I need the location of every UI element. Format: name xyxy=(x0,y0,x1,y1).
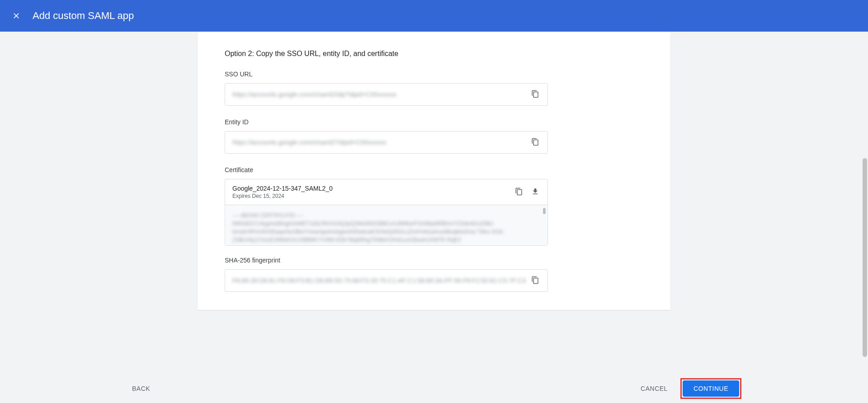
certificate-body: -----BEGIN CERTIFICATE----- MIIDdDCCAlyg… xyxy=(225,205,547,245)
footer-right-actions: CANCEL CONTINUE xyxy=(635,378,741,399)
continue-button[interactable]: CONTINUE xyxy=(683,380,739,397)
certificate-actions xyxy=(509,187,540,197)
back-button[interactable]: BACK xyxy=(127,381,156,396)
certificate-label: Certificate xyxy=(225,166,643,173)
certificate-container: Google_2024-12-15-347_SAML2_0 Expires De… xyxy=(225,179,548,246)
certificate-content: -----BEGIN CERTIFICATE----- MIIDdDCCAlyg… xyxy=(232,211,540,244)
entity-id-label: Entity ID xyxy=(225,118,643,126)
certificate-header: Google_2024-12-15-347_SAML2_0 Expires De… xyxy=(225,179,547,205)
copy-icon[interactable] xyxy=(515,187,524,197)
certificate-expires: Expires Dec 15, 2024 xyxy=(232,193,509,199)
page-title: Add custom SAML app xyxy=(33,10,134,22)
continue-highlight: CONTINUE xyxy=(680,378,741,399)
page-scrollbar-thumb[interactable] xyxy=(863,158,867,357)
copy-icon[interactable] xyxy=(531,138,540,147)
cancel-button[interactable]: CANCEL xyxy=(635,381,673,396)
close-icon[interactable] xyxy=(11,10,22,21)
footer: BACK CANCEL CONTINUE xyxy=(0,374,868,403)
copy-icon[interactable] xyxy=(531,276,540,285)
scrollbar-thumb[interactable] xyxy=(543,208,546,214)
fingerprint-label: SHA-256 fingerprint xyxy=(225,257,643,264)
download-icon[interactable] xyxy=(531,187,540,197)
header: Add custom SAML app xyxy=(0,0,868,32)
entity-id-field: https://accounts.google.com/o/saml2?idpi… xyxy=(225,131,548,154)
main-panel: Option 2: Copy the SSO URL, entity ID, a… xyxy=(198,32,670,310)
sso-url-field: https://accounts.google.com/o/saml2/idp?… xyxy=(225,83,548,106)
certificate-name: Google_2024-12-15-347_SAML2_0 xyxy=(232,185,509,192)
sso-url-value: https://accounts.google.com/o/saml2/idp?… xyxy=(232,91,526,98)
fingerprint-value: F8:89:28:D8:81:F8:D8:F3:B1:D8:B9:50:75:6… xyxy=(232,277,526,284)
fingerprint-field: F8:89:28:D8:81:F8:D8:F3:B1:D8:B9:50:75:6… xyxy=(225,269,548,292)
certificate-info: Google_2024-12-15-347_SAML2_0 Expires De… xyxy=(232,185,509,199)
copy-icon[interactable] xyxy=(531,90,540,99)
entity-id-value: https://accounts.google.com/o/saml2?idpi… xyxy=(232,139,526,146)
option-title: Option 2: Copy the SSO URL, entity ID, a… xyxy=(225,50,643,58)
page-scrollbar-track xyxy=(861,32,868,403)
sso-url-label: SSO URL xyxy=(225,70,643,78)
